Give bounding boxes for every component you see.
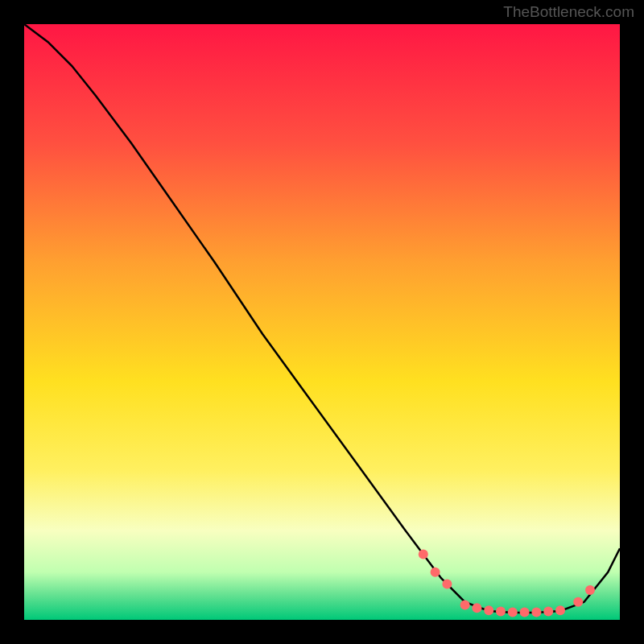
chart-svg (24, 24, 620, 620)
marker-point (484, 605, 493, 615)
marker-point (573, 597, 583, 607)
marker-point (543, 607, 553, 617)
marker-point (585, 585, 595, 595)
marker-point (431, 568, 440, 577)
marker-point (555, 605, 565, 615)
chart-container (24, 24, 620, 620)
watermark-text: TheBottleneck.com (503, 3, 634, 21)
marker-point (531, 607, 541, 617)
marker-point (460, 601, 470, 610)
marker-point (496, 607, 506, 617)
marker-point (508, 607, 518, 617)
marker-point (520, 607, 530, 617)
marker-point (442, 580, 452, 589)
marker-point (472, 603, 481, 613)
chart-background (24, 24, 620, 620)
marker-point (419, 550, 428, 559)
